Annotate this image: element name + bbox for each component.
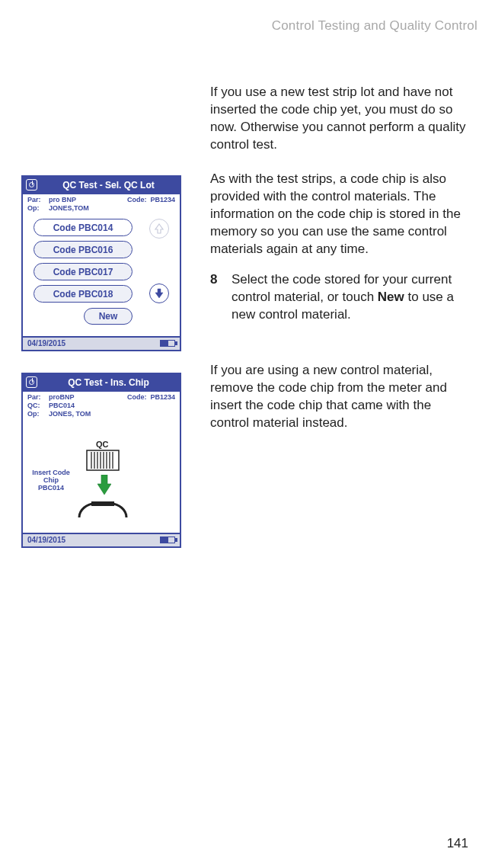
paragraph-1: If you use a new test strip lot and have… [210,84,468,154]
step-text-bold: New [378,290,404,304]
battery-icon [160,536,175,543]
par-label: Par: [27,196,49,204]
page-number: 141 [447,836,468,851]
power-icon[interactable] [26,179,37,191]
insert-line1: Insert Code [30,469,72,476]
code-label: Code: [127,393,147,401]
device-screen-insert-chip: QC Test - Ins. Chip Par: proBNP Code: PB… [21,373,181,548]
par-value: pro BNP [49,196,76,204]
par-label: Par: [27,393,49,402]
content-area: QC Test - Sel. QC Lot Par: pro BNP Code:… [21,84,468,569]
screen-title: QC Test - Sel. QC Lot [40,180,177,191]
code-option-pbc018[interactable]: Code PBC018 [34,285,133,303]
device-screen-select-qc-lot: QC Test - Sel. QC Lot Par: pro BNP Code:… [21,175,181,351]
screen-title: QC Test - Ins. Chip [40,377,177,388]
scroll-down-button[interactable] [149,283,169,303]
code-label: Code: [127,196,147,203]
qc-chip-label: QC [96,440,109,449]
step-text: Select the code stored for your current … [232,271,468,324]
op-value: JONES, TOM [49,410,91,418]
screen-date: 04/19/2015 [27,536,65,544]
left-column: QC Test - Sel. QC Lot Par: pro BNP Code:… [21,84,192,569]
step-number: 8 [210,271,224,324]
right-column: If you use a new test strip lot and have… [210,84,468,569]
code-value: PB1234 [150,393,175,401]
op-label: Op: [27,204,49,213]
code-value: PB1234 [150,196,175,203]
running-header: Control Testing and Quality Control [272,18,477,34]
screen-footer: 04/19/2015 [23,533,180,546]
screen-info-bar: Par: pro BNP Code: PB1234 Op: JONES,TOM [23,194,180,216]
screen-titlebar: QC Test - Ins. Chip [23,374,180,392]
screen-body: Code PBC014 Code PBC016 Code PBC017 Code… [23,216,180,336]
code-group: Code: PB1234 [127,393,175,402]
scroll-up-button[interactable] [149,219,169,239]
new-button[interactable]: New [84,308,133,325]
arrow-down-green-icon [97,475,111,496]
screen-footer: 04/19/2015 [23,336,180,350]
arrow-up-icon [155,223,164,234]
par-value: proBNP [49,393,75,402]
code-option-pbc016[interactable]: Code PBC016 [34,241,133,258]
arrow-down-icon [155,288,164,299]
insert-code-chip-label: Insert Code Chip PBC014 [30,469,72,492]
paragraph-2: As with the test strips, a code chip is … [210,171,468,258]
code-group: Code: PB1234 [127,196,175,204]
paragraph-3: If you are using a new control material,… [210,362,468,432]
qc-value: PBC014 [49,402,75,410]
battery-icon [160,340,175,347]
screen-body: Insert Code Chip PBC014 QC [23,421,180,533]
power-icon[interactable] [26,376,37,388]
code-option-pbc017[interactable]: Code PBC017 [34,263,133,280]
screen-info-bar: Par: proBNP Code: PB1234 QC: PBC014 Op: … [23,392,180,421]
step-8: 8 Select the code stored for your curren… [210,271,468,324]
op-value: JONES,TOM [49,204,89,213]
screen-date: 04/19/2015 [27,339,65,348]
meter-slot-icon [76,499,129,520]
screen-titlebar: QC Test - Sel. QC Lot [23,177,180,194]
insert-line2: Chip [30,476,72,484]
insert-line3: PBC014 [30,484,72,492]
op-label: Op: [27,410,49,418]
code-option-pbc014[interactable]: Code PBC014 [34,219,133,236]
qc-label: QC: [27,402,49,410]
